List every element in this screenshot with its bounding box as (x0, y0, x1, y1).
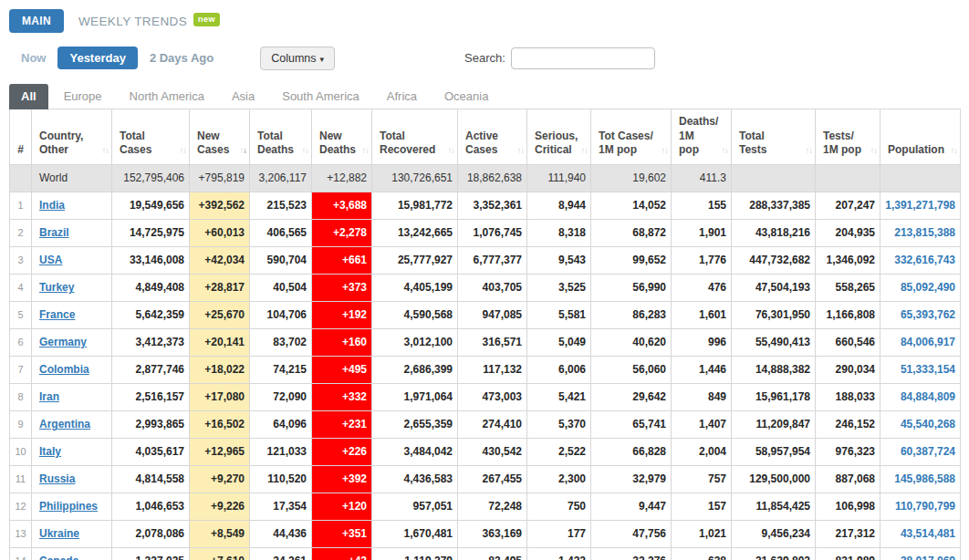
column-header-active_cases[interactable]: ActiveCases↑↓ (458, 109, 527, 165)
time-filter-yesterday[interactable]: Yesterday (57, 47, 137, 69)
columns-button[interactable]: Columns▾ (260, 47, 335, 70)
cell-cases_per_1m: 56,060 (591, 356, 672, 383)
new-badge: new (193, 13, 220, 26)
country-link[interactable]: Ukraine (39, 527, 79, 540)
cell-total_tests: 288,337,385 (732, 192, 816, 219)
country-link[interactable]: India (39, 199, 65, 212)
time-filter-now[interactable]: Now (9, 47, 57, 69)
column-header-population[interactable]: Population↑↓ (880, 109, 961, 165)
cell-rank: 2 (10, 219, 32, 246)
cell-total_tests: 31,629,802 (732, 547, 816, 560)
sort-icon[interactable]: ↑↓ (362, 145, 370, 156)
cell-total_cases: 2,516,157 (112, 383, 190, 410)
cell-population: 84,884,809 (880, 383, 961, 410)
column-header-serious_critical[interactable]: Serious,Critical↑↓ (527, 109, 591, 165)
cell-total_deaths: 590,704 (250, 246, 312, 274)
cell-cases_per_1m: 86,283 (591, 301, 672, 328)
cell-deaths_per_1m: 2,004 (672, 438, 732, 465)
tab-weekly-trends[interactable]: WEEKLY TRENDSnew (78, 9, 220, 30)
country-link[interactable]: Argentina (39, 418, 90, 430)
cell-population: 332,616,743 (880, 246, 961, 274)
cell-population: 145,986,588 (880, 465, 961, 493)
cell-total_tests: 76,301,950 (732, 301, 816, 328)
column-header-new_deaths[interactable]: NewDeaths↑↓ (312, 109, 372, 165)
time-filter-2-days-ago[interactable]: 2 Days Ago (138, 47, 225, 69)
table-row: 5France5,642,359+25,670104,706+1924,590,… (10, 301, 961, 328)
country-link[interactable]: Canada (39, 555, 78, 560)
country-link[interactable]: Iran (39, 390, 59, 403)
column-header-total_deaths[interactable]: TotalDeaths↑↓ (250, 109, 312, 165)
time-filter-group: NowYesterday2 Days Ago (9, 47, 225, 69)
sort-icon[interactable]: ↑↓ (722, 145, 729, 156)
cell-rank: 12 (10, 493, 32, 520)
sort-icon[interactable]: ↑↓ (180, 145, 187, 156)
table-row: 11Russia4,814,558+9,270110,520+3924,436,… (10, 465, 961, 493)
sort-icon[interactable]: ↑↓ (870, 145, 878, 156)
region-tab-africa[interactable]: Africa (375, 84, 429, 109)
column-header-country[interactable]: Country,Other↑↓ (32, 109, 112, 165)
cell-total_recovered: 957,051 (372, 493, 458, 520)
cell-new_deaths: +192 (312, 301, 372, 328)
sort-icon[interactable]: ↑↓ (951, 145, 958, 156)
region-tab-asia[interactable]: Asia (220, 84, 266, 109)
country-link[interactable]: Germany (39, 336, 87, 348)
cell-active_cases: 430,542 (458, 438, 527, 465)
column-header-total_cases[interactable]: TotalCases↑↓ (112, 109, 190, 165)
sort-icon[interactable]: ↑↓ (102, 145, 109, 156)
cell-active_cases: 72,248 (458, 493, 527, 520)
sort-icon[interactable]: ↑↓ (806, 145, 813, 156)
cell-total_cases: 2,078,086 (112, 520, 190, 547)
sort-icon[interactable]: ↑↓ (448, 145, 455, 156)
country-link[interactable]: France (39, 308, 75, 321)
cell-total_recovered: 2,686,399 (372, 356, 458, 383)
country-link[interactable]: Philippines (39, 500, 98, 513)
cell-deaths_per_1m: 1,446 (672, 356, 732, 383)
cell-total_cases: 19,549,656 (112, 192, 190, 219)
cell-population: 38,017,069 (880, 547, 961, 560)
column-header-rank[interactable]: # (10, 109, 32, 165)
sort-icon[interactable]: ↑↓ (662, 145, 669, 156)
column-header-new_cases[interactable]: NewCases↑↓ (190, 109, 250, 165)
region-tab-all[interactable]: All (9, 84, 48, 109)
cell-deaths_per_1m: 849 (672, 383, 732, 410)
country-link[interactable]: Italy (39, 445, 61, 458)
cell-rank: 7 (10, 356, 32, 383)
column-header-total_tests[interactable]: TotalTests↑↓ (732, 109, 816, 165)
controls-row: NowYesterday2 Days Ago Columns▾ Search: (0, 33, 969, 69)
sort-icon[interactable]: ↑↓ (302, 145, 309, 156)
region-tab-north-america[interactable]: North America (118, 84, 216, 109)
country-link[interactable]: Colombia (39, 363, 89, 376)
cell-rank: 9 (10, 410, 32, 438)
sort-icon[interactable]: ↑↓ (240, 145, 247, 156)
cell-serious_critical: 1,422 (527, 547, 591, 560)
cell-total_recovered: 4,405,199 (372, 274, 458, 301)
country-link[interactable]: Russia (39, 472, 75, 485)
table-row: 1India19,549,656+392,562215,523+3,68815,… (10, 192, 961, 219)
sort-icon[interactable]: ↑↓ (517, 145, 525, 156)
sort-icon[interactable]: ↑↓ (581, 145, 589, 156)
cell-serious_critical: 5,581 (527, 301, 591, 328)
region-tab-oceania[interactable]: Oceania (432, 84, 500, 109)
region-tab-south-america[interactable]: South America (270, 84, 371, 109)
column-header-deaths_per_1m[interactable]: Deaths/1M pop↑↓ (672, 109, 732, 165)
search-input[interactable] (511, 47, 655, 69)
cell-total_recovered: 1,119,279 (372, 547, 458, 560)
country-link[interactable]: USA (39, 254, 62, 266)
cell-rank: 4 (10, 274, 32, 301)
country-link[interactable]: Brazil (39, 226, 69, 239)
cell-cases_per_1m: 32,276 (591, 547, 672, 560)
region-tab-europe[interactable]: Europe (52, 84, 114, 109)
tab-main[interactable]: MAIN (9, 9, 64, 33)
cell-total_cases: 4,035,617 (112, 438, 190, 465)
column-header-label: Population (888, 143, 944, 156)
cell-deaths_per_1m: 757 (672, 465, 732, 493)
cell-total_cases: 4,849,408 (112, 274, 190, 301)
column-header-total_recovered[interactable]: TotalRecovered↑↓ (372, 109, 458, 165)
column-header-cases_per_1m[interactable]: Tot Cases/1M pop↑↓ (591, 109, 672, 165)
cell-population: 65,393,762 (880, 301, 961, 328)
cell-total_cases: 1,227,035 (112, 547, 190, 560)
country-link[interactable]: Turkey (39, 281, 74, 294)
column-header-tests_per_1m[interactable]: Tests/1M pop↑↓ (816, 109, 880, 165)
cell-population: 60,387,724 (880, 438, 961, 465)
cell-total_recovered: 13,242,665 (372, 219, 458, 246)
